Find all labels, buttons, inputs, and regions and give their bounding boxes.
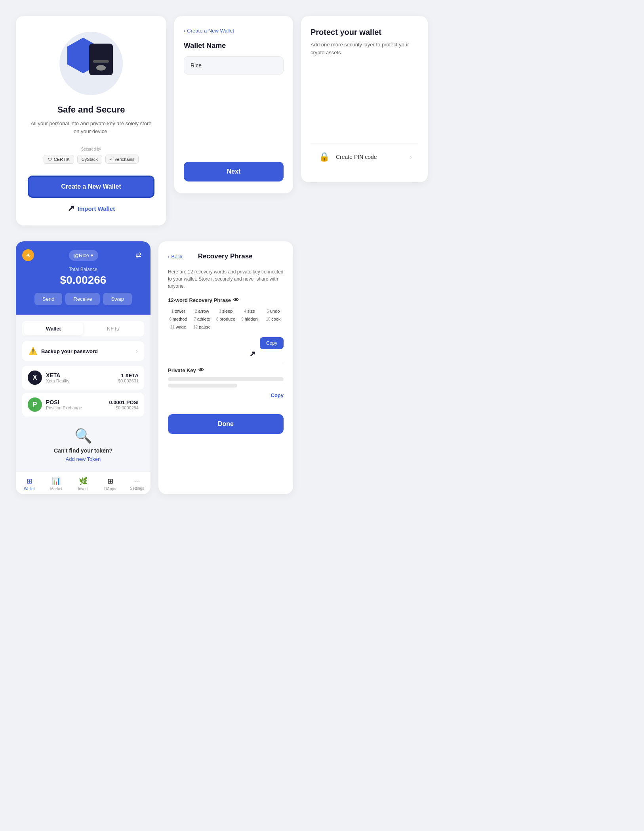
phrase-word-2: 2 arrow — [192, 309, 212, 313]
copy-private-key-button[interactable]: Copy — [271, 392, 284, 398]
cystack-label: CyStack — [82, 157, 98, 162]
nav-wallet[interactable]: ⊞ Wallet — [16, 475, 43, 493]
next-button[interactable]: Next — [184, 162, 284, 181]
settings-nav-label: Settings — [130, 486, 144, 491]
account-selector[interactable]: @Rice ▾ — [69, 250, 98, 261]
check-icon: ✓ — [110, 157, 113, 162]
done-button[interactable]: Done — [168, 414, 284, 434]
chevron-left-icon: ‹ — [184, 28, 185, 34]
xeta-symbol: XETA — [46, 372, 114, 378]
phrase-word-6: 6 method — [168, 317, 189, 321]
bottom-navigation: ⊞ Wallet 📊 Market 🌿 Invest ⊞ DApps ··· S… — [16, 472, 151, 494]
back-to-create-link[interactable]: ‹ Create a New Wallet — [184, 28, 284, 34]
recovery-description: Here are 12 recovery words and private k… — [168, 268, 284, 290]
security-badges: 🛡 CERTIK CyStack ✓ verichains — [44, 155, 139, 164]
recovery-header: ‹ Back Recovery Phrase — [168, 252, 284, 260]
xeta-token-item[interactable]: X XETA Xeta Reality 1 XETA $0.002631 — [22, 366, 144, 390]
chevron-down-icon: ▾ — [91, 252, 93, 258]
nav-settings[interactable]: ··· Settings — [124, 475, 151, 493]
eye-icon: 👁 — [233, 297, 239, 303]
copy-phrase-button[interactable]: Copy — [260, 337, 284, 349]
posi-usd: $0.0000294 — [109, 405, 139, 410]
backup-password-banner[interactable]: ⚠️ Backup your password › — [22, 341, 144, 361]
xeta-amount: 1 XETA — [118, 373, 139, 378]
cant-find-section: 🔍 Can't find your token? Add new Token — [22, 420, 144, 465]
nav-dapps[interactable]: ⊞ DApps — [97, 475, 124, 493]
wallet-name-input[interactable] — [184, 56, 284, 75]
pin-label: Create PIN code — [336, 154, 405, 160]
verichains-badge: ✓ verichains — [105, 155, 139, 164]
phrase-word-5: 5 undo — [263, 309, 284, 313]
nav-market[interactable]: 📊 Market — [43, 475, 70, 493]
protect-wallet-panel: Protect your wallet Add one more securit… — [301, 16, 428, 182]
posi-balance: 0.0001 POSI $0.0000294 — [109, 399, 139, 410]
create-new-wallet-button[interactable]: Create a New Wallet — [28, 176, 154, 198]
arrow-icon: ↗ — [67, 203, 74, 214]
back-link[interactable]: ‹ Back — [168, 254, 183, 260]
nav-invest[interactable]: 🌿 Invest — [70, 475, 97, 493]
private-key-bars — [168, 377, 284, 388]
wallet-nav-label: Wallet — [24, 487, 34, 491]
receive-button[interactable]: Receive — [65, 293, 100, 305]
phrase-word-8: 8 produce — [215, 317, 236, 321]
wallet-name-panel: ‹ Create a New Wallet Wallet Name Next — [174, 16, 293, 193]
tab-wallet[interactable]: Wallet — [24, 323, 83, 335]
certik-label: CERTIK — [54, 157, 70, 162]
invest-nav-icon: 🌿 — [79, 477, 88, 485]
phrase-word-10: 10 cook — [263, 317, 284, 321]
scan-button[interactable]: ⇄ — [133, 250, 144, 261]
dapps-nav-icon: ⊞ — [107, 477, 113, 485]
safe-title: Safe and Secure — [57, 105, 125, 115]
safe-illustration — [59, 32, 123, 95]
posi-info: POSI Position Exchange — [46, 399, 105, 410]
cystack-badge: CyStack — [77, 155, 102, 164]
private-key-label: Private Key 👁 — [168, 367, 284, 373]
chevron-right-icon: › — [136, 348, 138, 355]
certik-badge: 🛡 CERTIK — [44, 155, 74, 164]
phrase-section-label: 12-word Recovery Phrase 👁 — [168, 297, 284, 303]
action-buttons: Send Receive Swap — [22, 293, 144, 305]
mobile-app-panel: ☀ @Rice ▾ ⇄ Total Balance $0.00266 Send … — [16, 241, 151, 494]
add-new-token-link[interactable]: Add new Token — [29, 456, 138, 462]
posi-token-item[interactable]: P POSI Position Exchange 0.0001 POSI $0.… — [22, 393, 144, 416]
phrase-word-12: 12 pause — [192, 325, 212, 329]
private-key-label-text: Private Key — [168, 367, 196, 373]
certik-icon: 🛡 — [48, 157, 52, 162]
tab-nfts[interactable]: NFTs — [83, 323, 143, 335]
settings-nav-icon: ··· — [134, 477, 140, 485]
swap-button[interactable]: Swap — [103, 293, 132, 305]
lock-icon: 🔒 — [317, 150, 331, 164]
warning-icon: ⚠️ — [29, 347, 37, 355]
account-name: @Rice — [74, 252, 89, 258]
scan-icon: ⇄ — [135, 251, 141, 260]
verichains-label: verichains — [115, 157, 135, 162]
mobile-body: Wallet NFTs ⚠️ Backup your password › X … — [16, 315, 151, 472]
import-wallet-button[interactable]: Import Wallet — [78, 205, 115, 212]
back-label: Back — [171, 254, 183, 260]
phrase-word-11: 11 wage — [168, 325, 189, 329]
key-bar-1 — [168, 377, 284, 381]
divider — [168, 362, 284, 362]
wallet-tabs: Wallet NFTs — [22, 321, 144, 336]
backup-text: Backup your password — [41, 348, 132, 354]
posi-amount: 0.0001 POSI — [109, 399, 139, 405]
wallet-nav-icon: ⊞ — [27, 477, 32, 485]
invest-nav-label: Invest — [78, 487, 89, 491]
back-link-label: Create a New Wallet — [187, 28, 234, 34]
chevron-right-icon: › — [410, 153, 412, 160]
phrase-word-4: 4 size — [239, 309, 260, 313]
market-nav-icon: 📊 — [52, 477, 61, 485]
xeta-name: Xeta Reality — [46, 378, 114, 383]
copy-arrow-icon: ↗ — [249, 349, 256, 359]
market-nav-label: Market — [50, 487, 63, 491]
xeta-usd: $0.002631 — [118, 378, 139, 383]
recovery-phrase-panel: ‹ Back Recovery Phrase Here are 12 recov… — [158, 241, 293, 494]
create-pin-option[interactable]: 🔒 Create PIN code › — [311, 143, 418, 170]
secured-by-label: Secured by — [81, 147, 101, 151]
send-button[interactable]: Send — [34, 293, 62, 305]
wallet-name-label: Wallet Name — [184, 42, 284, 50]
dapps-nav-label: DApps — [104, 487, 116, 491]
chevron-left-icon: ‹ — [168, 254, 170, 260]
key-bar-2 — [168, 384, 237, 388]
protect-description: Add one more security layer to protect y… — [311, 41, 418, 56]
